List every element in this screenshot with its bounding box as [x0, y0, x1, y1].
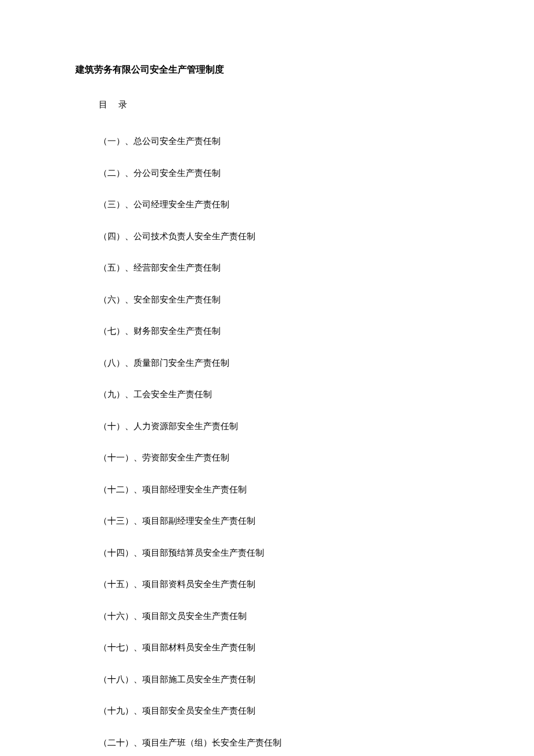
toc-item: （二）、分公司安全生产责任制 [99, 167, 459, 180]
toc-item: （十四）、项目部预结算员安全生产责任制 [99, 546, 459, 560]
toc-item: （十六）、项目部文员安全生产责任制 [99, 610, 459, 623]
document-title: 建筑劳务有限公司安全生产管理制度 [75, 64, 459, 76]
toc-item: （九）、工会安全生产责任制 [99, 388, 459, 401]
toc-item: （一）、总公司安全生产责任制 [99, 135, 459, 148]
toc-item: （十二）、项目部经理安全生产责任制 [99, 483, 459, 496]
toc-item: （二十）、项目生产班（组）长安全生产责任制 [99, 736, 459, 750]
toc-item: （八）、质量部门安全生产责任制 [99, 357, 459, 370]
toc-item: （三）、公司经理安全生产责任制 [99, 198, 459, 211]
toc-item: （五）、经营部安全生产责任制 [99, 261, 459, 275]
toc-item: （十八）、项目部施工员安全生产责任制 [99, 673, 459, 686]
toc-header: 目 录 [99, 99, 459, 110]
toc-item: （十九）、项目部安全员安全生产责任制 [99, 704, 459, 718]
toc-item: （十三）、项目部副经理安全生产责任制 [99, 514, 459, 528]
toc-item: （七）、财务部安全生产责任制 [99, 325, 459, 338]
toc-item: （十五）、项目部资料员安全生产责任制 [99, 578, 459, 591]
document-page: 建筑劳务有限公司安全生产管理制度 目 录 （一）、总公司安全生产责任制 （二）、… [0, 0, 534, 749]
toc-item: （十一）、劳资部安全生产责任制 [99, 451, 459, 465]
toc-item: （十）、人力资源部安全生产责任制 [99, 420, 459, 433]
toc-item: （六）、安全部安全生产责任制 [99, 293, 459, 307]
toc-item: （十七）、项目部材料员安全生产责任制 [99, 641, 459, 654]
toc-item: （四）、公司技术负责人安全生产责任制 [99, 230, 459, 243]
